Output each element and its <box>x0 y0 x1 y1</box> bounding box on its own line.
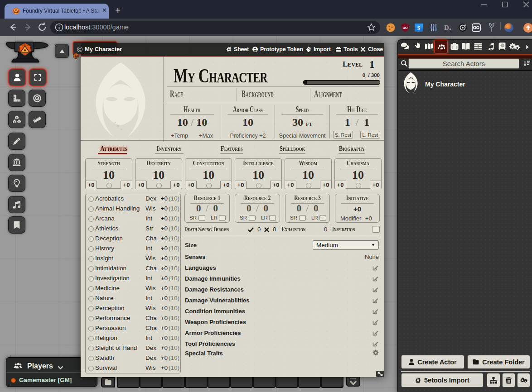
svg-text:UO: UO <box>402 26 407 30</box>
svg-text:S: S <box>417 25 421 31</box>
svg-text:D: D <box>444 24 449 31</box>
